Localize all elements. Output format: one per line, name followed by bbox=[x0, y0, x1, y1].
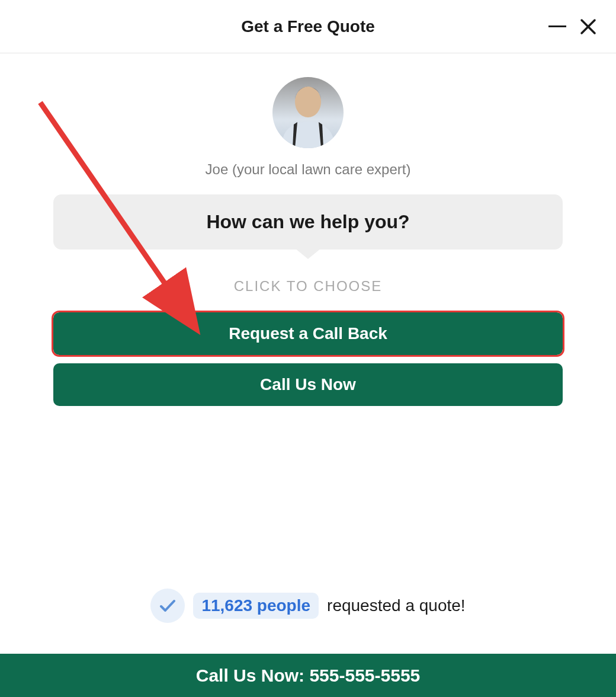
close-button[interactable] bbox=[578, 17, 598, 37]
expert-label: Joe (your local lawn care expert) bbox=[53, 161, 563, 178]
expert-avatar bbox=[272, 77, 344, 148]
stats-suffix: requested a quote! bbox=[327, 596, 466, 615]
modal-title: Get a Free Quote bbox=[241, 17, 375, 36]
question-bubble: How can we help you? bbox=[53, 194, 563, 250]
stats-row: 11,623 people requested a quote! bbox=[0, 589, 616, 623]
avatar-person-icon bbox=[272, 77, 344, 148]
footer-call-text: Call Us Now: 555-555-5555 bbox=[196, 666, 421, 686]
close-icon bbox=[580, 18, 596, 35]
check-badge bbox=[150, 589, 185, 623]
footer-call-bar[interactable]: Call Us Now: 555-555-5555 bbox=[0, 654, 616, 697]
minimize-button[interactable] bbox=[547, 17, 567, 37]
question-text: How can we help you? bbox=[65, 211, 551, 233]
modal-header: Get a Free Quote bbox=[0, 0, 616, 53]
check-icon bbox=[158, 596, 177, 615]
choose-label: CLICK TO CHOOSE bbox=[53, 278, 563, 295]
header-controls bbox=[547, 17, 598, 37]
svg-point-2 bbox=[295, 87, 321, 117]
modal-content: Joe (your local lawn care expert) How ca… bbox=[0, 53, 616, 414]
request-callback-button[interactable]: Request a Call Back bbox=[53, 312, 563, 355]
people-count-pill: 11,623 people bbox=[193, 593, 319, 619]
minimize-icon bbox=[548, 25, 566, 27]
call-now-button[interactable]: Call Us Now bbox=[53, 363, 563, 406]
